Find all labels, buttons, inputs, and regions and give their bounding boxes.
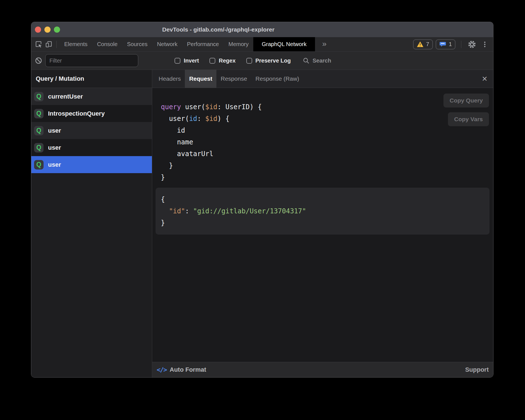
toolbar-separator [461,41,461,48]
toolbar-right: 7 1 [413,39,490,49]
search-button[interactable]: Search [302,57,331,64]
checkbox-invert[interactable]: Invert [175,58,199,64]
clear-button[interactable] [34,56,44,66]
code-token: ) { [217,115,229,123]
content: Query / Mutation QcurrentUserQIntrospect… [31,70,493,377]
devtools-toolbar: ElementsConsoleSourcesNetworkPerformance… [31,37,493,51]
code-token: avatarUrl [161,150,213,158]
checkbox-label: Invert [184,58,199,64]
code-line: avatarUrl [161,148,493,160]
warning-icon [417,41,424,47]
code-token: : [197,115,205,123]
code-token [161,207,169,215]
sidebar-item-label: user [48,144,61,151]
request-code: query user($id: UserID) { user(id: $id) … [152,88,493,183]
code-token: } [161,173,165,181]
tab-network[interactable]: Network [152,37,182,51]
code-line: { [161,194,490,205]
inspect-element-button[interactable] [34,39,44,49]
sidebar-item-user[interactable]: Quser [31,139,152,156]
tab-memory[interactable]: Memory [224,37,253,51]
code-token: $id [205,115,217,123]
kebab-menu-button[interactable] [480,39,490,49]
block-icon [35,57,42,65]
close-panel-button[interactable]: ✕ [481,70,489,88]
detail-panel: HeadersRequestResponseResponse (Raw) ✕ q… [152,70,493,377]
code-line: id [161,125,493,136]
panel-tab-strip: HeadersRequestResponseResponse (Raw) [152,70,303,88]
sidebar-item-introspectionquery[interactable]: QIntrospectionQuery [31,105,152,122]
code-token: } [161,219,165,227]
code-brackets-icon: </> [157,366,167,373]
sidebar-item-user[interactable]: Quser [31,122,152,139]
tab-graphql-network[interactable]: GraphQL Network [253,37,315,51]
code-token: "id" [169,207,185,215]
checkbox-box [175,58,180,64]
inspect-icon [35,40,42,48]
sidebar-item-label: user [48,127,61,134]
copy-query-button[interactable]: Copy Query [443,94,489,108]
code-token: } [161,162,173,170]
tab-performance[interactable]: Performance [182,37,224,51]
support-link[interactable]: Support [465,366,489,373]
auto-format-label: Auto Format [170,366,206,373]
code-token: { [161,195,165,203]
code-line: } [161,217,490,229]
search-icon [302,57,310,64]
filter-input[interactable] [45,54,138,67]
message-bubble-icon [439,41,446,48]
query-type-badge: Q [34,126,44,135]
query-list: QcurrentUserQIntrospectionQueryQuserQuse… [31,88,152,377]
tab-request[interactable]: Request [185,70,216,88]
sidebar: Query / Mutation QcurrentUserQIntrospect… [31,70,152,377]
tab-response[interactable]: Response [216,70,251,88]
sidebar-header: Query / Mutation [31,70,152,88]
toolbar-separator [56,41,57,48]
tab-elements[interactable]: Elements [59,37,92,51]
sidebar-item-user[interactable]: Quser [31,156,152,173]
tab-response-raw[interactable]: Response (Raw) [251,70,303,88]
settings-button[interactable] [467,39,477,49]
window-title: DevTools - gitlab.com/-/graphql-explorer [31,22,405,37]
checkbox-box [246,58,252,64]
checkbox-preserve-log[interactable]: Preserve Log [246,58,291,64]
checkbox-regex[interactable]: Regex [209,58,235,64]
more-tabs-chevron[interactable]: » [322,40,327,49]
code-line: "id": "gid://gitlab/User/13704317" [161,205,490,217]
query-type-badge: Q [34,143,44,152]
code-token: "gid://gitlab/User/13704317" [193,207,306,215]
sidebar-item-label: user [48,161,61,168]
panel-footer: </> Auto Format Support [152,362,493,377]
copy-vars-button[interactable]: Copy Vars [448,112,489,126]
query-type-badge: Q [34,160,44,170]
code-line: } [161,160,493,171]
issues-badge[interactable]: 1 [436,39,455,49]
sidebar-item-label: IntrospectionQuery [48,110,105,117]
titlebar: DevTools - gitlab.com/-/graphql-explorer [31,22,493,37]
checkbox-box [209,58,215,64]
close-icon: ✕ [482,75,488,83]
code-token: name [161,138,193,146]
code-token: user( [161,115,189,123]
checkbox-label: Regex [219,58,235,64]
auto-format-button[interactable]: </> Auto Format [157,366,206,373]
code-token: user( [181,103,205,111]
code-token: $id [205,103,217,111]
devtools-window: DevTools - gitlab.com/-/graphql-explorer [31,22,493,378]
query-type-badge: Q [34,92,44,101]
code-token: id [189,115,197,123]
tab-console[interactable]: Console [92,37,122,51]
filter-bar: InvertRegexPreserve Log Search [31,51,493,70]
device-toolbar-button[interactable] [44,39,54,49]
filter-checkbox-group: InvertRegexPreserve Log [175,58,291,64]
warning-badge[interactable]: 7 [413,39,433,49]
panel-tab-row: HeadersRequestResponseResponse (Raw) ✕ [152,70,493,88]
variables-code: { "id": "gid://gitlab/User/13704317"} [161,194,490,229]
warning-count: 7 [426,41,429,47]
tab-headers[interactable]: Headers [154,70,185,88]
screen: DevTools - gitlab.com/-/graphql-explorer [0,0,525,420]
code-line: name [161,136,493,148]
sidebar-item-currentuser[interactable]: QcurrentUser [31,88,152,105]
tab-sources[interactable]: Sources [122,37,152,51]
device-toolbar-icon [45,40,52,48]
